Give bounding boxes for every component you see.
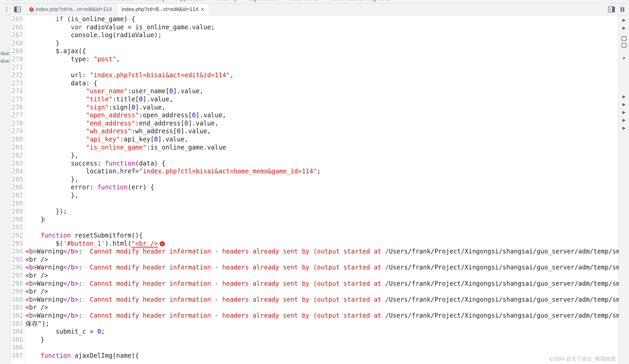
svg-point-0 xyxy=(6,7,7,8)
svg-rect-9 xyxy=(621,7,622,12)
expand-icon[interactable]: ▶ xyxy=(622,93,626,100)
error-icon: ✕ xyxy=(160,241,165,246)
svg-marker-5 xyxy=(18,8,20,10)
svg-marker-8 xyxy=(609,8,611,10)
navigator-rail: i&ac i&ac xyxy=(0,15,10,364)
toggle-navigator-icon[interactable] xyxy=(14,5,21,13)
navigator-item[interactable]: i&ac xyxy=(1,51,10,56)
svg-point-2 xyxy=(6,10,7,12)
svg-rect-10 xyxy=(623,7,624,12)
svg-rect-7 xyxy=(612,7,615,12)
toggle-debugger-icon[interactable] xyxy=(608,5,615,13)
close-icon[interactable]: ✕ xyxy=(200,7,204,12)
file-tab-active[interactable]: index.php?ctl=B...ct=edit&id=114 ✕ xyxy=(117,4,209,15)
checkbox-icon[interactable] xyxy=(622,43,626,48)
file-tab-label: index.php?ctl=B...ct=edit&id=114 xyxy=(122,6,198,12)
debugger-rail: ▶ ▶ ▼ ▶ ▶ ▶ ▶ ▶ xyxy=(619,15,629,364)
expand-icon[interactable]: ▶ xyxy=(622,101,626,108)
code-editor[interactable]: 2652662672682692702712722732742752762772… xyxy=(10,15,619,364)
expand-icon[interactable]: ▶ xyxy=(622,117,626,124)
checkbox-icon[interactable] xyxy=(622,36,626,41)
navigator-item[interactable]: i&ac xyxy=(1,58,10,64)
error-status-icon: ✕ xyxy=(29,7,34,12)
file-tab-error[interactable]: ✕ index.php?ctl=b...ct=edit&id=114 xyxy=(25,4,117,15)
file-tab-label: index.php?ctl=b...ct=edit&id=114 xyxy=(36,6,112,12)
line-number-gutter: 2652662672682692702712722732742752762772… xyxy=(10,15,25,364)
expand-icon[interactable]: ▶ xyxy=(622,17,626,24)
expand-icon[interactable]: ▶ xyxy=(622,125,626,131)
expand-icon[interactable]: ▶ xyxy=(622,25,626,31)
more-vertical-icon[interactable] xyxy=(3,5,10,13)
pause-on-exceptions-icon[interactable] xyxy=(619,5,626,13)
expand-icon[interactable]: ▶ xyxy=(622,109,626,116)
svg-rect-4 xyxy=(14,7,17,12)
svg-point-1 xyxy=(6,9,7,10)
file-tabs: ✕ index.php?ctl=b...ct=edit&id=114 index… xyxy=(25,4,604,15)
editor-main: i&ac i&ac 265266267268269270271272273274… xyxy=(0,15,629,364)
devtools-tabs: onsole Sources Network Performance Memor… xyxy=(0,0,629,4)
sources-toolbar: ✕ index.php?ctl=b...ct=edit&id=114 index… xyxy=(0,4,629,15)
expand-dropdown-icon[interactable]: ▼ xyxy=(622,55,626,62)
code-content[interactable]: if (is_online_game) { var radioValue = i… xyxy=(25,15,619,364)
watermark: CSDN @天下皆白_唯我独黑 xyxy=(549,355,616,362)
